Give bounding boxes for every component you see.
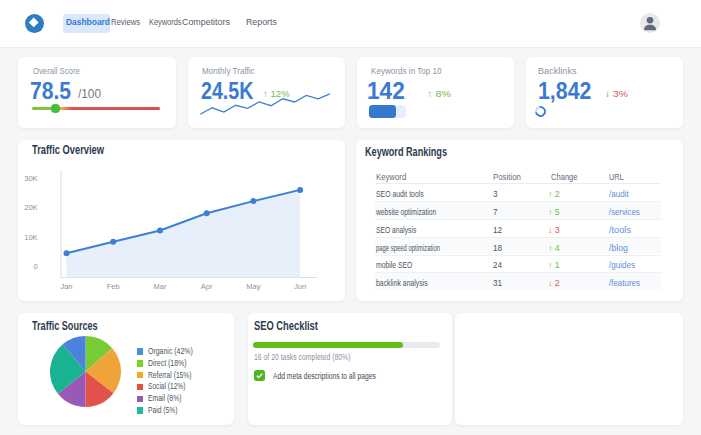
svg-text:10K: 10K <box>24 233 37 242</box>
svg-text:Feb: Feb <box>107 282 120 291</box>
svg-text:Jun: Jun <box>294 282 306 291</box>
svg-text:20K: 20K <box>24 203 37 212</box>
svg-text:Jan: Jan <box>60 282 72 291</box>
svg-text:30K: 30K <box>24 174 37 183</box>
svg-text:Mar: Mar <box>154 282 167 291</box>
svg-text:Apr: Apr <box>201 282 213 291</box>
svg-text:0: 0 <box>33 262 37 271</box>
svg-text:May: May <box>246 282 260 291</box>
